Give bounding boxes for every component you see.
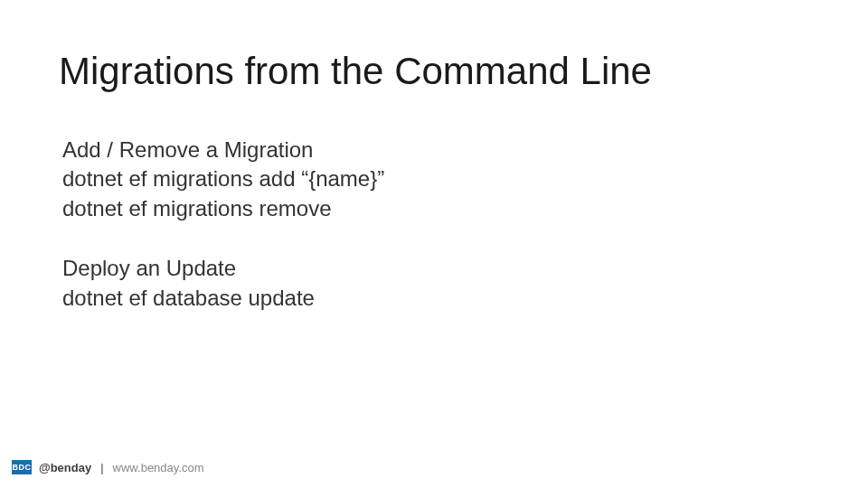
website-url: www.benday.com <box>113 461 204 474</box>
logo-badge: BDC <box>12 460 32 474</box>
section-add-remove: Add / Remove a Migration dotnet ef migra… <box>62 136 384 223</box>
slide-title: Migrations from the Command Line <box>59 50 652 93</box>
section-heading: Add / Remove a Migration <box>62 136 384 164</box>
section-heading: Deploy an Update <box>62 254 384 283</box>
footer: BDC @benday | www.benday.com <box>12 460 204 474</box>
command-line: dotnet ef migrations remove <box>62 194 384 223</box>
twitter-handle: @benday <box>39 461 91 474</box>
slide-body: Add / Remove a Migration dotnet ef migra… <box>62 136 384 343</box>
section-deploy: Deploy an Update dotnet ef database upda… <box>62 254 384 313</box>
slide: Migrations from the Command Line Add / R… <box>0 0 868 488</box>
separator: | <box>100 461 103 474</box>
command-line: dotnet ef migrations add “{name}” <box>62 164 384 193</box>
command-line: dotnet ef database update <box>62 284 384 313</box>
